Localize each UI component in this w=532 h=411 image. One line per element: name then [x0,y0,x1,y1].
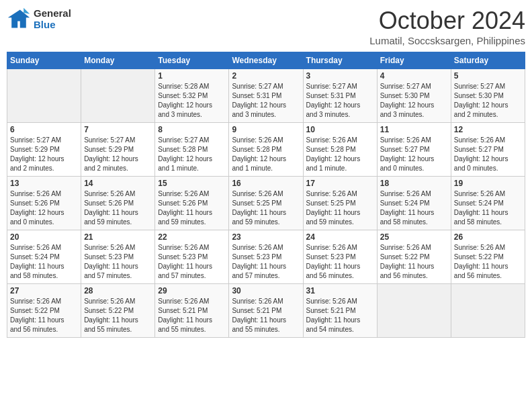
calendar-cell [377,284,451,338]
day-number: 2 [232,71,300,81]
header-tuesday: Tuesday [155,52,229,69]
day-number: 15 [158,179,226,188]
calendar-cell: 22Sunrise: 5:26 AM Sunset: 5:23 PM Dayli… [155,230,229,284]
calendar-cell: 3Sunrise: 5:27 AM Sunset: 5:31 PM Daylig… [303,69,377,123]
day-info: Sunrise: 5:26 AM Sunset: 5:26 PM Dayligh… [84,189,152,227]
day-number: 22 [158,232,226,242]
day-number: 19 [454,179,522,188]
day-info: Sunrise: 5:26 AM Sunset: 5:25 PM Dayligh… [232,189,300,227]
calendar-cell: 13Sunrise: 5:26 AM Sunset: 5:26 PM Dayli… [7,177,81,230]
month-title: October 2024 [369,7,525,35]
calendar-cell: 18Sunrise: 5:26 AM Sunset: 5:24 PM Dayli… [377,177,451,230]
day-number: 18 [380,179,448,188]
day-info: Sunrise: 5:26 AM Sunset: 5:24 PM Dayligh… [10,243,78,281]
day-number: 24 [306,232,374,242]
day-number: 28 [84,286,152,295]
calendar-cell: 26Sunrise: 5:26 AM Sunset: 5:22 PM Dayli… [451,230,525,284]
day-number: 8 [158,125,226,134]
day-info: Sunrise: 5:27 AM Sunset: 5:30 PM Dayligh… [454,82,522,120]
calendar-cell: 27Sunrise: 5:26 AM Sunset: 5:22 PM Dayli… [7,284,81,338]
calendar-cell: 24Sunrise: 5:26 AM Sunset: 5:23 PM Dayli… [303,230,377,284]
day-number: 4 [380,71,448,81]
week-row-4: 20Sunrise: 5:26 AM Sunset: 5:24 PM Dayli… [7,230,525,284]
calendar-cell: 4Sunrise: 5:27 AM Sunset: 5:30 PM Daylig… [377,69,451,123]
day-number: 29 [158,286,226,295]
day-number: 11 [380,125,448,134]
location-title: Lumatil, Soccsksargen, Philippines [369,35,525,46]
header-monday: Monday [81,52,155,69]
logo-text: General Blue [34,7,71,30]
calendar-cell [81,69,155,123]
day-info: Sunrise: 5:26 AM Sunset: 5:21 PM Dayligh… [306,297,374,334]
day-info: Sunrise: 5:26 AM Sunset: 5:24 PM Dayligh… [454,189,522,227]
calendar-cell: 25Sunrise: 5:26 AM Sunset: 5:22 PM Dayli… [377,230,451,284]
day-info: Sunrise: 5:26 AM Sunset: 5:22 PM Dayligh… [10,297,78,334]
calendar-cell: 12Sunrise: 5:26 AM Sunset: 5:27 PM Dayli… [451,123,525,177]
day-info: Sunrise: 5:27 AM Sunset: 5:29 PM Dayligh… [10,136,78,173]
calendar-cell: 6Sunrise: 5:27 AM Sunset: 5:29 PM Daylig… [7,123,81,177]
day-number: 9 [232,125,300,134]
day-info: Sunrise: 5:26 AM Sunset: 5:22 PM Dayligh… [380,243,448,281]
day-number: 27 [10,286,78,295]
day-info: Sunrise: 5:26 AM Sunset: 5:23 PM Dayligh… [84,243,152,281]
day-number: 3 [306,71,374,81]
calendar-cell: 15Sunrise: 5:26 AM Sunset: 5:26 PM Dayli… [155,177,229,230]
week-row-3: 13Sunrise: 5:26 AM Sunset: 5:26 PM Dayli… [7,177,525,230]
calendar-cell: 7Sunrise: 5:27 AM Sunset: 5:29 PM Daylig… [81,123,155,177]
calendar-cell: 31Sunrise: 5:26 AM Sunset: 5:21 PM Dayli… [303,284,377,338]
day-info: Sunrise: 5:26 AM Sunset: 5:28 PM Dayligh… [232,136,300,173]
day-number: 1 [158,71,226,81]
day-info: Sunrise: 5:26 AM Sunset: 5:25 PM Dayligh… [306,189,374,227]
page-header: General Blue October 2024 Lumatil, Soccs… [7,7,525,46]
calendar-cell: 17Sunrise: 5:26 AM Sunset: 5:25 PM Dayli… [303,177,377,230]
day-info: Sunrise: 5:26 AM Sunset: 5:21 PM Dayligh… [158,297,226,334]
header-thursday: Thursday [303,52,377,69]
day-number: 6 [10,125,78,134]
calendar-cell: 11Sunrise: 5:26 AM Sunset: 5:27 PM Dayli… [377,123,451,177]
calendar-cell: 10Sunrise: 5:26 AM Sunset: 5:28 PM Dayli… [303,123,377,177]
calendar-cell: 5Sunrise: 5:27 AM Sunset: 5:30 PM Daylig… [451,69,525,123]
week-row-1: 1Sunrise: 5:28 AM Sunset: 5:32 PM Daylig… [7,69,525,123]
calendar-cell: 29Sunrise: 5:26 AM Sunset: 5:21 PM Dayli… [155,284,229,338]
day-number: 31 [306,286,374,295]
header-wednesday: Wednesday [229,52,303,69]
day-number: 12 [454,125,522,134]
header-friday: Friday [377,52,451,69]
day-number: 20 [10,232,78,242]
day-number: 25 [380,232,448,242]
day-info: Sunrise: 5:26 AM Sunset: 5:28 PM Dayligh… [306,136,374,173]
calendar-cell: 30Sunrise: 5:26 AM Sunset: 5:21 PM Dayli… [229,284,303,338]
day-info: Sunrise: 5:26 AM Sunset: 5:23 PM Dayligh… [306,243,374,281]
week-row-5: 27Sunrise: 5:26 AM Sunset: 5:22 PM Dayli… [7,284,525,338]
calendar-cell [7,69,81,123]
day-number: 13 [10,179,78,188]
day-number: 10 [306,125,374,134]
day-number: 21 [84,232,152,242]
calendar-cell: 21Sunrise: 5:26 AM Sunset: 5:23 PM Dayli… [81,230,155,284]
day-info: Sunrise: 5:26 AM Sunset: 5:27 PM Dayligh… [380,136,448,173]
title-section: October 2024 Lumatil, Soccsksargen, Phil… [369,7,525,46]
day-info: Sunrise: 5:26 AM Sunset: 5:22 PM Dayligh… [84,297,152,334]
calendar-cell: 28Sunrise: 5:26 AM Sunset: 5:22 PM Dayli… [81,284,155,338]
calendar-cell: 14Sunrise: 5:26 AM Sunset: 5:26 PM Dayli… [81,177,155,230]
day-info: Sunrise: 5:26 AM Sunset: 5:24 PM Dayligh… [380,189,448,227]
calendar-table: SundayMondayTuesdayWednesdayThursdayFrid… [7,52,525,338]
calendar-cell: 19Sunrise: 5:26 AM Sunset: 5:24 PM Dayli… [451,177,525,230]
days-header-row: SundayMondayTuesdayWednesdayThursdayFrid… [7,52,525,69]
day-number: 14 [84,179,152,188]
day-info: Sunrise: 5:27 AM Sunset: 5:31 PM Dayligh… [306,82,374,120]
day-info: Sunrise: 5:26 AM Sunset: 5:23 PM Dayligh… [158,243,226,281]
day-number: 7 [84,125,152,134]
calendar-cell [451,284,525,338]
day-info: Sunrise: 5:26 AM Sunset: 5:26 PM Dayligh… [158,189,226,227]
day-number: 17 [306,179,374,188]
day-number: 16 [232,179,300,188]
calendar-cell: 20Sunrise: 5:26 AM Sunset: 5:24 PM Dayli… [7,230,81,284]
day-number: 30 [232,286,300,295]
day-info: Sunrise: 5:26 AM Sunset: 5:26 PM Dayligh… [10,189,78,227]
day-info: Sunrise: 5:26 AM Sunset: 5:21 PM Dayligh… [232,297,300,334]
day-info: Sunrise: 5:28 AM Sunset: 5:32 PM Dayligh… [158,82,226,120]
day-number: 5 [454,71,522,81]
day-info: Sunrise: 5:26 AM Sunset: 5:22 PM Dayligh… [454,243,522,281]
day-info: Sunrise: 5:27 AM Sunset: 5:29 PM Dayligh… [84,136,152,173]
